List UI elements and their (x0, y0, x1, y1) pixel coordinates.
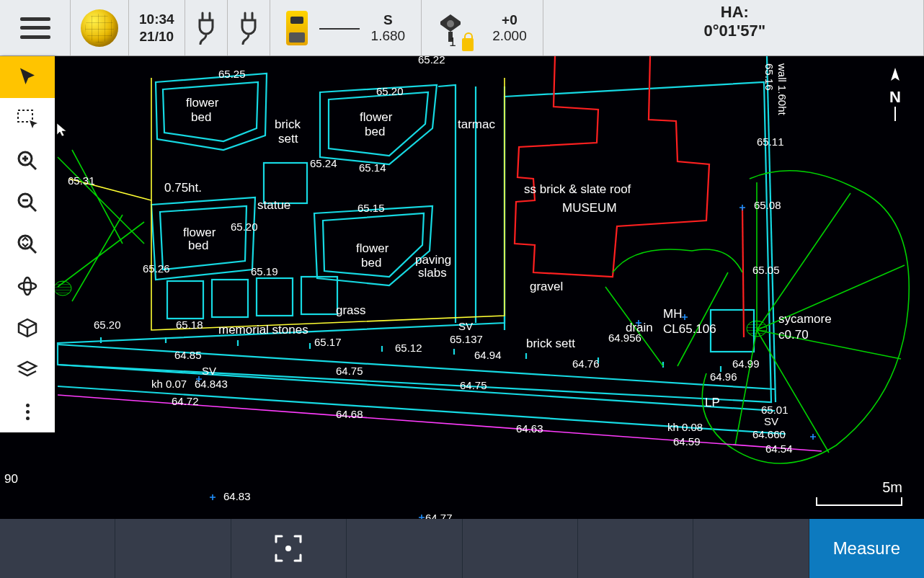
map-text: brick sett (526, 337, 575, 350)
main-menu-button[interactable] (0, 0, 71, 55)
tool-box-select[interactable] (0, 98, 55, 140)
map-text: 65.08 (754, 199, 781, 211)
svg-rect-19 (212, 280, 248, 317)
map-text: SV (764, 415, 778, 427)
tool-zoom-out[interactable] (0, 182, 55, 223)
map-text: 65.17 (314, 336, 342, 348)
map-text: SV (458, 320, 473, 332)
ha-label: HA: (721, 3, 749, 22)
svg-rect-21 (301, 277, 337, 314)
clock-cell[interactable]: 10:34 21/10 (129, 0, 185, 55)
map-text: MUSEUM (562, 201, 617, 215)
map-text: CL65.106 (663, 322, 716, 336)
map-text: 65.01 (761, 404, 788, 416)
map-canvas[interactable]: flowerbedbricksettflowerbedtarmacss bric… (0, 56, 924, 519)
lock-icon (462, 38, 474, 51)
tool-layers[interactable] (0, 349, 55, 391)
softkey-1[interactable] (0, 519, 115, 578)
map-text: 65.26 (143, 262, 170, 275)
plug-icon (195, 12, 217, 45)
softkey-snap[interactable] (231, 519, 347, 578)
date-text: 21/10 (139, 28, 174, 45)
map-text: 65.31 (68, 174, 95, 187)
map-text: 65.16 (763, 63, 776, 91)
globe-icon (81, 9, 118, 47)
map-text: flower (360, 110, 393, 124)
target-status[interactable]: 1 +0 2.000 (422, 0, 543, 55)
tool-orbit[interactable] (0, 265, 55, 307)
top-status-bar: 10:34 21/10 S 1.680 1 +0 2.000 (0, 0, 924, 56)
svg-line-5 (30, 164, 36, 169)
map-text: wall 1.60ht (776, 63, 788, 116)
svg-rect-18 (167, 281, 203, 319)
map-text: 64.75 (336, 365, 363, 377)
power-controller[interactable] (185, 0, 228, 55)
map-text: LP (705, 396, 720, 409)
tool-zoom-extents[interactable] (0, 223, 55, 265)
map-text: statue (257, 198, 290, 212)
north-arrow: N (888, 68, 902, 121)
measure-button[interactable]: Measure (809, 519, 924, 578)
svg-rect-3 (18, 110, 32, 122)
map-text: 64.68 (336, 408, 363, 420)
tool-more[interactable] (0, 391, 55, 432)
map-text: bed (361, 256, 381, 270)
time-text: 10:34 (139, 11, 174, 28)
map-text: 65.22 (418, 56, 445, 66)
map-text: 65.20 (376, 85, 404, 97)
power-instrument[interactable] (228, 0, 270, 55)
map-text: 64.956 (608, 332, 641, 344)
map-text: 65.12 (395, 342, 422, 354)
map-text: bed (365, 125, 385, 138)
map-text: grass (336, 303, 366, 317)
map-text: flower (186, 96, 219, 110)
target-offset: +0 (502, 12, 517, 28)
map-text: kh 0.08 (667, 421, 703, 433)
plug-icon (238, 12, 259, 45)
north-letter: N (888, 88, 902, 107)
prism-count: 1 (449, 35, 456, 50)
tool-3d-cube[interactable] (0, 307, 55, 349)
measure-label: Measure (833, 538, 900, 559)
map-text: sett (278, 132, 298, 146)
tool-select[interactable] (0, 56, 55, 98)
face-label: S (383, 12, 393, 28)
map-text: 65.137 (450, 333, 483, 345)
softkey-7[interactable] (693, 519, 809, 578)
map-text: 64.72 (172, 395, 199, 407)
map-text: 0.75ht. (164, 181, 202, 195)
softkey-2[interactable] (115, 519, 231, 578)
map-text: paving (415, 253, 451, 267)
instrument-status[interactable]: S 1.680 (270, 0, 422, 55)
softkey-5[interactable] (463, 519, 578, 578)
map-text: ss brick & slate roof (524, 182, 631, 196)
svg-line-12 (30, 247, 36, 253)
map-text: 64.843 (195, 378, 228, 390)
angle-readout[interactable]: HA:0°01'57" VA:87°08'19" (543, 0, 924, 55)
map-text: 64.83 (223, 490, 251, 502)
map-text: 64.94 (474, 349, 502, 361)
tool-zoom-in[interactable] (0, 140, 55, 182)
softkey-6[interactable] (578, 519, 693, 578)
map-text: flower (356, 241, 389, 255)
map-text: SV (202, 365, 216, 377)
scale-label: 5m (882, 479, 902, 495)
map-text: 65.05 (752, 264, 780, 276)
hamburger-icon (20, 17, 50, 39)
map-text: 64.63 (516, 422, 543, 435)
map-text: memorial stones (218, 323, 308, 337)
bottom-softkey-bar: Measure (0, 519, 924, 578)
softkey-4[interactable] (347, 519, 462, 578)
map-text: kh 0.07 (151, 378, 187, 390)
map-text: 64.85 (174, 349, 202, 361)
map-text: 65.14 (359, 161, 386, 174)
connection-status[interactable] (71, 0, 129, 55)
map-text: 65.24 (310, 157, 337, 169)
map-text: 65.25 (218, 68, 246, 80)
map-text: brick (275, 117, 301, 131)
ha-value: 0°01'57" (704, 22, 766, 40)
scale-bar: 5m (816, 479, 902, 506)
mouse-cursor-icon (56, 123, 68, 137)
svg-point-25 (285, 546, 291, 551)
map-text: 64.96 (710, 370, 737, 383)
